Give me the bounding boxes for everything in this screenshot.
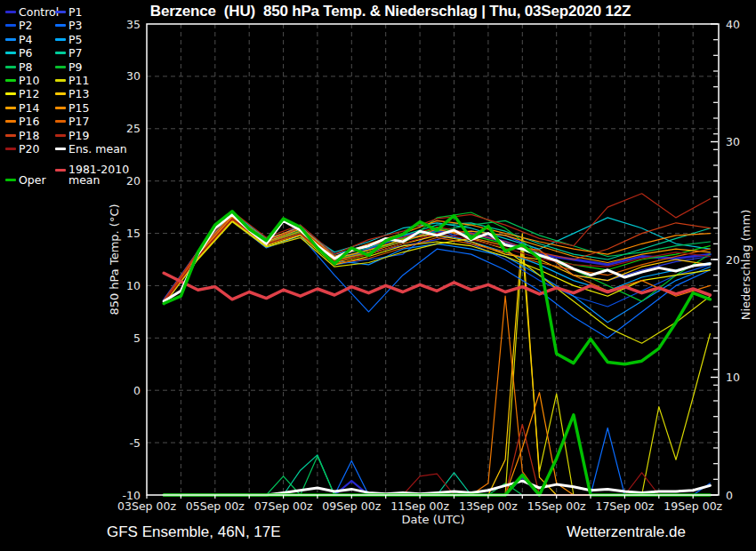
precip-series-p15 — [164, 393, 710, 495]
legend-swatch — [55, 79, 66, 82]
precip-series-p19 — [164, 425, 710, 496]
legend-item-p13: P13 — [55, 87, 89, 100]
precip-series-ens-mean — [164, 481, 710, 495]
legend-label: P11 — [68, 74, 89, 87]
legend-swatch — [55, 92, 66, 95]
legend-label: P10 — [19, 74, 39, 87]
legend-item-p18: P18 — [5, 129, 39, 142]
legend-swatch — [55, 66, 66, 68]
x-tick-label: 17Sep 00z — [595, 499, 654, 513]
legend-item-p12: P12 — [5, 87, 39, 100]
legend-item-p2: P2 — [5, 19, 33, 32]
meteogram-chart: 35302520151050-5-1001020304003Sep 00z05S… — [0, 0, 756, 551]
legend-item-p19: P19 — [55, 129, 89, 142]
legend-label: Ens. mean — [68, 142, 127, 156]
legend-label: P3 — [68, 19, 83, 32]
y-axis-label-temperature: 850 hPa Temp. (°C) — [108, 204, 121, 315]
legend-item-p16: P16 — [5, 115, 39, 128]
legend-item-p8: P8 — [5, 60, 33, 74]
legend-label: P12 — [19, 87, 39, 100]
y-right-tick-label: 10 — [726, 371, 740, 384]
x-axis-label-date: Date (UTC) — [401, 513, 464, 526]
x-tick-label: 13Sep 00z — [459, 499, 518, 513]
y-right-tick-label: 0 — [726, 489, 733, 502]
legend-label: P4 — [19, 33, 33, 46]
legend-swatch — [55, 24, 66, 27]
legend-item-p6: P6 — [5, 46, 33, 60]
temp-series-p3 — [164, 220, 710, 338]
legend-swatch — [5, 38, 16, 41]
legend-swatch — [55, 52, 66, 54]
model-location-caption: GFS Ensemble, 46N, 17E — [107, 523, 281, 541]
legend-swatch — [55, 38, 66, 41]
legend-swatch — [5, 11, 16, 13]
x-tick-label: 11Sep 00z — [390, 499, 449, 513]
x-tick-label: 15Sep 00z — [527, 499, 586, 513]
legend-swatch — [5, 134, 16, 137]
legend-swatch — [55, 120, 66, 123]
legend-label: P17 — [68, 115, 89, 128]
legend-swatch — [5, 107, 16, 109]
y-left-tick-label: 5 — [133, 331, 141, 345]
legend-item-p9: P9 — [55, 60, 83, 74]
legend-label: P20 — [19, 142, 39, 156]
legend-label: Oper — [19, 173, 46, 187]
legend-label: P7 — [68, 46, 83, 60]
legend-item-oper: Oper — [5, 173, 46, 187]
legend-item-p20: P20 — [5, 142, 39, 156]
legend-label: P2 — [19, 19, 33, 32]
y-left-tick-label: 0 — [133, 384, 141, 397]
legend-swatch — [5, 79, 16, 82]
legend-swatch — [55, 11, 66, 13]
y-left-tick-label: 10 — [126, 279, 141, 292]
legend-item-1981-2010-mean: 1981-2010 mean — [55, 164, 131, 186]
legend-label: P8 — [19, 60, 33, 74]
y-left-tick-label: 15 — [126, 227, 141, 240]
legend-swatch — [5, 24, 16, 27]
legend-swatch — [5, 52, 16, 54]
legend-label: P14 — [19, 101, 39, 115]
legend-label: 1981-2010 mean — [68, 164, 131, 186]
precip-series-oper — [164, 415, 710, 495]
y-left-tick-label: -5 — [130, 436, 141, 450]
precip-series-p8 — [164, 456, 710, 495]
legend-item-p4: P4 — [5, 33, 33, 46]
x-tick-label: 05Sep 00z — [186, 499, 245, 513]
legend-label: P16 — [19, 115, 39, 128]
legend-item-p3: P3 — [55, 19, 83, 32]
legend-item-ens-mean: Ens. mean — [55, 142, 127, 156]
legend-item-p7: P7 — [55, 46, 83, 60]
legend-label: P18 — [19, 129, 39, 142]
legend-swatch — [5, 92, 16, 95]
legend-swatch — [5, 148, 16, 150]
legend-swatch — [5, 66, 16, 68]
x-tick-label: 09Sep 00z — [322, 499, 381, 513]
legend-label: P19 — [68, 129, 89, 142]
legend-label: P5 — [68, 33, 83, 46]
x-tick-label: 19Sep 00z — [664, 499, 722, 513]
legend-item-p1: P1 — [55, 5, 83, 19]
legend-swatch — [55, 148, 66, 150]
legend-item-p5: P5 — [55, 33, 83, 46]
precip-series-p16 — [164, 296, 710, 495]
legend-label: P9 — [68, 60, 83, 74]
legend-item-p17: P17 — [55, 115, 89, 128]
legend-label: P13 — [68, 87, 89, 100]
precip-series-p7 — [164, 455, 710, 495]
y-axis-label-precipitation: Niederschlag (mm) — [739, 210, 752, 321]
legend-label: Control — [19, 5, 59, 19]
source-watermark: Wetterzentrale.de — [567, 523, 686, 541]
legend-item-p14: P14 — [5, 101, 39, 115]
precip-series-p3 — [164, 428, 710, 496]
x-tick-label: 07Sep 00z — [254, 499, 313, 513]
legend-item-p11: P11 — [55, 74, 89, 87]
legend-item-control: Control — [5, 5, 59, 19]
legend-swatch — [55, 134, 66, 137]
legend-swatch — [5, 120, 16, 123]
legend-item-p15: P15 — [55, 101, 89, 115]
legend-swatch — [55, 169, 66, 172]
legend-label: P6 — [19, 46, 33, 60]
legend-item-p10: P10 — [5, 74, 39, 87]
x-tick-label: 03Sep 00z — [117, 499, 176, 513]
y-right-tick-label: 30 — [726, 135, 740, 148]
